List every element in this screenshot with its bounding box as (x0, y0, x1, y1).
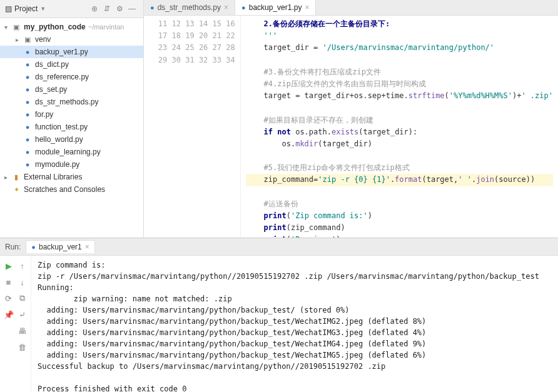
file-for-py[interactable]: ●for.py (0, 108, 143, 121)
run-label: Run: (5, 243, 21, 251)
chevron-right-icon: ▸ (3, 174, 9, 181)
print-icon[interactable]: 🖶 (16, 324, 29, 337)
run-tab-label: backup_ver1 (39, 243, 82, 251)
file-mymodule-py[interactable]: ●mymodule.py (0, 158, 143, 171)
hide-icon[interactable]: — (126, 3, 138, 15)
file-hello_world-py[interactable]: ●hello_world.py (0, 133, 143, 146)
run-tab[interactable]: ● backup_ver1 × (26, 240, 94, 253)
run-toolbar: ▶ ↑ ■ ↓ ⟳ ⧉ 📌 ⤶ 🖶 🗑 (0, 256, 31, 392)
tab-label: backup_ver1.py (249, 3, 302, 12)
target-icon[interactable]: ⊕ (88, 3, 101, 15)
file-label: mymodule.py (35, 160, 79, 169)
stop-button[interactable]: ■ (3, 276, 15, 288)
tab-ds-str-methods[interactable]: ● ds_str_methods.py × (144, 0, 235, 15)
python-file-icon: ● (23, 147, 33, 157)
tab-label: ds_str_methods.py (158, 3, 221, 12)
chevron-down-icon: ▼ (40, 6, 46, 12)
up-icon[interactable]: ↑ (16, 259, 29, 272)
file-label: backup_ver1.py (35, 48, 88, 56)
file-label: for.py (35, 110, 53, 119)
line-gutter: 11 12 13 14 15 16 17 18 19 20 21 22 23 2… (144, 16, 241, 238)
folder-label: venv (35, 35, 51, 44)
python-file-icon: ● (150, 4, 155, 11)
file-label: hello_world.py (35, 135, 83, 144)
project-name: my_python_code (24, 23, 86, 31)
project-dropdown[interactable]: ▤ Project ▼ (5, 4, 46, 13)
external-libraries[interactable]: ▸ ▮ External Libraries (0, 171, 143, 183)
run-header: Run: ● backup_ver1 × (0, 238, 558, 256)
console-output[interactable]: Zip command is: zip -r /Users/marvinsmac… (31, 256, 558, 392)
trash-icon[interactable]: 🗑 (16, 341, 29, 353)
editor-area: ● ds_str_methods.py × ● backup_ver1.py ×… (144, 0, 558, 238)
python-file-icon: ● (241, 4, 246, 11)
blank (3, 324, 15, 337)
scratch-icon: ✦ (11, 184, 21, 194)
close-icon[interactable]: × (224, 3, 228, 12)
python-file-icon: ● (23, 134, 33, 144)
file-label: ds_str_methods.py (35, 98, 98, 106)
run-panel: Run: ● backup_ver1 × ▶ ↑ ■ ↓ ⟳ ⧉ 📌 ⤶ (0, 238, 558, 392)
file-label: ds_set.py (35, 85, 67, 94)
code-editor[interactable]: 11 12 13 14 15 16 17 18 19 20 21 22 23 2… (144, 16, 558, 238)
python-file-icon: ● (23, 72, 33, 82)
scratches-consoles[interactable]: ✦ Scratches and Consoles (0, 183, 143, 196)
python-file-icon: ● (23, 109, 33, 119)
down-icon[interactable]: ↓ (16, 276, 29, 288)
scratches-label: Scratches and Consoles (24, 185, 105, 194)
python-file-icon: ● (31, 243, 36, 251)
folder-icon: ▣ (23, 34, 33, 44)
project-icon: ▤ (5, 4, 12, 13)
library-icon: ▮ (11, 172, 21, 182)
close-icon[interactable]: × (85, 243, 89, 251)
file-ds_reference-py[interactable]: ●ds_reference.py (0, 71, 143, 83)
file-function_test-py[interactable]: ●function_test.py (0, 121, 143, 133)
editor-tabs: ● ds_str_methods.py × ● backup_ver1.py × (144, 0, 558, 16)
venv-folder[interactable]: ▸ ▣ venv (0, 33, 143, 46)
filter-icon[interactable]: ⧉ (16, 292, 29, 304)
file-label: ds_reference.py (35, 73, 89, 81)
code-content[interactable]: 2.备份必须存储在一个主备份目录下: ''' target_dir = '/Us… (241, 16, 558, 238)
wrap-icon[interactable]: ⤶ (16, 308, 29, 321)
file-ds_set-py[interactable]: ●ds_set.py (0, 83, 143, 96)
run-button[interactable]: ▶ (3, 259, 15, 272)
project-root[interactable]: ▾ ▣ my_python_code ~/marvintan (0, 21, 143, 33)
file-module_learning-py[interactable]: ●module_learning.py (0, 146, 143, 158)
project-path: ~/marvintan (88, 23, 124, 31)
tab-backup-ver1[interactable]: ● backup_ver1.py × (235, 0, 316, 15)
file-label: module_learning.py (35, 148, 101, 156)
file-label: ds_dict.py (35, 60, 69, 69)
sidebar-header: ▤ Project ▼ ⊕ ⇵ ⚙ — (0, 0, 143, 18)
chevron-down-icon: ▾ (3, 24, 9, 31)
folder-icon: ▣ (11, 22, 21, 32)
python-file-icon: ● (23, 122, 33, 132)
blank (3, 341, 15, 353)
restart-icon[interactable]: ⟳ (3, 292, 15, 304)
close-icon[interactable]: × (305, 3, 309, 12)
gear-icon[interactable]: ⚙ (113, 3, 126, 15)
chevron-right-icon: ▸ (14, 36, 20, 43)
python-file-icon: ● (23, 159, 33, 169)
python-file-icon: ● (23, 84, 33, 94)
python-file-icon: ● (23, 59, 33, 69)
pin-icon[interactable]: 📌 (3, 308, 15, 321)
file-ds_str_methods-py[interactable]: ●ds_str_methods.py (0, 96, 143, 108)
collapse-icon[interactable]: ⇵ (101, 3, 113, 15)
sidebar-title: Project (14, 4, 38, 13)
python-file-icon: ● (23, 97, 33, 107)
external-label: External Libraries (24, 173, 82, 181)
file-ds_dict-py[interactable]: ●ds_dict.py (0, 58, 143, 71)
project-sidebar: ▤ Project ▼ ⊕ ⇵ ⚙ — ▾ ▣ my_python_code ~… (0, 0, 144, 238)
project-tree: ▾ ▣ my_python_code ~/marvintan ▸ ▣ venv … (0, 18, 143, 238)
file-label: function_test.py (35, 123, 88, 131)
file-backup_ver1-py[interactable]: ●backup_ver1.py (0, 46, 143, 58)
python-file-icon: ● (23, 47, 33, 57)
